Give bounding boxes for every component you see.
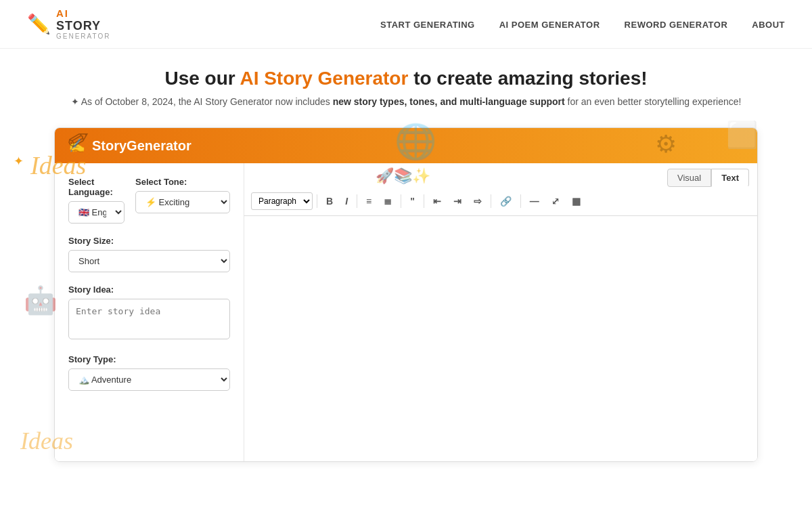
hero-section: ✏ Ideas ✦ 🌐 ⬜ ⚙ Use our AI Story Generat…: [0, 49, 812, 114]
language-select[interactable]: 🇬🇧 English 🇺🇸 English (US) 🇫🇷 French 🇩🇪 …: [68, 201, 125, 224]
fullscreen-btn[interactable]: ⤢: [547, 193, 564, 209]
logo-story: STORY: [56, 20, 110, 33]
tab-visual[interactable]: Visual: [667, 169, 711, 187]
tone-select[interactable]: ⚡ Exciting 😊 Happy 😢 Sad 😂 Funny 😱 Scary: [135, 191, 230, 213]
hero-notice-suffix: for an even better storytelling experien…: [565, 96, 742, 107]
hero-notice-text: As of October 8, 2024, the AI Story Gene…: [81, 96, 333, 107]
horizontal-rule-btn[interactable]: —: [525, 193, 544, 209]
hero-notice-bold: new story types, tones, and multi-langua…: [333, 96, 565, 107]
size-label: Story Size:: [68, 236, 230, 246]
language-label: Select Language:: [68, 177, 125, 197]
align-center-btn[interactable]: ⇥: [449, 193, 466, 209]
align-left-btn[interactable]: ⇤: [428, 193, 446, 209]
logo-text: AI STORY GENERATOR: [56, 8, 110, 40]
story-idea-input[interactable]: [68, 299, 230, 339]
toolbar-divider-3: [401, 194, 401, 208]
hero-title-highlight: AI Story Generator: [240, 68, 408, 89]
card-header: ✍️ StoryGenerator: [55, 128, 757, 163]
nav-reword-generator[interactable]: REWORD GENERATOR: [625, 20, 728, 30]
size-select[interactable]: Short Medium Long Extra Long: [68, 250, 230, 272]
editor-content[interactable]: [244, 216, 757, 461]
tab-text[interactable]: Text: [711, 169, 749, 187]
tone-label: Select Tone:: [135, 177, 230, 187]
main-card: ✍️ StoryGenerator Select Language: 🇬🇧 En…: [54, 127, 758, 462]
type-label: Story Type:: [68, 354, 230, 364]
right-panel: Visual Text Paragraph Heading 1 Heading …: [244, 163, 757, 461]
hero-title-prefix: Use our: [164, 68, 240, 89]
card-header-title: StoryGenerator: [92, 138, 191, 154]
idea-label: Story Idea:: [68, 284, 230, 295]
nav-poem-generator[interactable]: AI POEM GENERATOR: [499, 20, 600, 30]
paragraph-select[interactable]: Paragraph Heading 1 Heading 2 Heading 3: [251, 192, 313, 210]
toolbar-divider-6: [520, 194, 521, 208]
editor-tabs: Visual Text: [244, 163, 757, 187]
table-btn[interactable]: ▦: [567, 193, 585, 209]
card-body: Select Language: 🇬🇧 English 🇺🇸 English (…: [55, 163, 757, 461]
bold-btn[interactable]: B: [321, 193, 338, 209]
hero-title: Use our AI Story Generator to create ama…: [14, 68, 798, 89]
hero-title-suffix: to create amazing stories!: [408, 68, 647, 89]
nav-start-generating[interactable]: START GENERATING: [380, 20, 475, 30]
type-select[interactable]: 🏔️ Adventure 💕 Romance 🔮 Fantasy 🔬 Sci-F…: [68, 368, 230, 391]
left-panel: Select Language: 🇬🇧 English 🇺🇸 English (…: [55, 163, 244, 461]
hero-notice: ✦ As of October 8, 2024, the AI Story Ge…: [14, 96, 798, 107]
idea-field-group: Story Idea:: [68, 284, 230, 342]
nav-links: START GENERATING AI POEM GENERATOR REWOR…: [380, 18, 785, 30]
deco-star: ✦: [14, 154, 24, 169]
logo-ai: AI: [56, 8, 110, 20]
deco-robot: 🤖: [24, 284, 58, 316]
toolbar-divider-1: [317, 194, 317, 208]
nav-about[interactable]: ABOUT: [752, 20, 785, 30]
unordered-list-btn[interactable]: ≡: [361, 193, 376, 209]
type-field-group: Story Type: 🏔️ Adventure 💕 Romance 🔮 Fan…: [68, 354, 230, 391]
toolbar-divider-2: [357, 194, 357, 208]
navbar: ✏️ AI STORY GENERATOR START GENERATING A…: [0, 0, 812, 49]
logo-generator: GENERATOR: [56, 33, 110, 40]
logo-pencil-icon: ✏️: [27, 13, 51, 35]
editor-toolbar: Paragraph Heading 1 Heading 2 Heading 3 …: [244, 187, 757, 216]
logo[interactable]: ✏️ AI STORY GENERATOR: [27, 8, 110, 40]
card-header-icon: ✍️: [68, 137, 85, 154]
align-right-btn[interactable]: ⇨: [469, 193, 487, 209]
blockquote-btn[interactable]: ": [405, 193, 420, 209]
toolbar-divider-4: [424, 194, 424, 208]
link-btn[interactable]: 🔗: [495, 193, 516, 209]
size-field-group: Story Size: Short Medium Long Extra Long: [68, 236, 230, 272]
toolbar-divider-5: [491, 194, 491, 208]
italic-btn[interactable]: I: [340, 193, 353, 209]
ordered-list-btn[interactable]: ≣: [379, 193, 397, 209]
